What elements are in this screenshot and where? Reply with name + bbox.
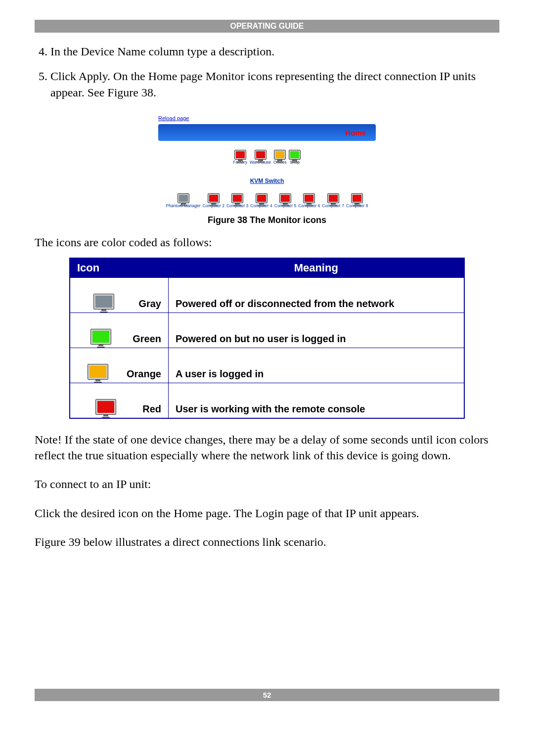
monitor-icon[interactable]: Computer 6 <box>298 193 320 208</box>
legend-intro: The icons are color coded as follows: <box>35 234 499 250</box>
kvm-switch-link[interactable]: KVM Switch <box>158 178 376 184</box>
header-bar: OPERATING GUIDE <box>35 20 499 33</box>
connect-heading: To connect to an IP unit: <box>35 476 499 492</box>
monitor-icon[interactable]: Phantom Manager <box>166 193 201 208</box>
figure39-intro: Figure 39 below illustrates a direct con… <box>35 534 499 550</box>
top-monitor-row: FactoryWarehouseOfficesShop <box>158 150 376 165</box>
note-paragraph: Note! If the state of one device changes… <box>35 432 499 464</box>
legend-meaning-cell: User is working with the remote console <box>169 383 465 418</box>
monitor-icon[interactable]: Computer 2 <box>202 193 224 208</box>
legend-icon-cell: Green <box>70 312 169 348</box>
table-row: GrayPowered off or disconnected from the… <box>70 277 464 312</box>
monitor-icon[interactable]: Shop <box>289 150 301 165</box>
legend-icon-cell: Red <box>70 383 169 418</box>
connect-instruction: Click the desired icon on the Home page.… <box>35 505 499 521</box>
legend-meaning-cell: Powered off or disconnected from the net… <box>169 277 465 312</box>
legend-meaning-cell: A user is logged in <box>169 348 465 383</box>
legend-icon-cell: Gray <box>70 277 169 312</box>
legend-meaning-cell: Powered on but no user is logged in <box>169 312 465 348</box>
monitor-icon[interactable]: Computer 5 <box>274 193 296 208</box>
step-item: In the Device Name column type a descrip… <box>50 44 499 59</box>
step-item: Click Apply. On the Home page Monitor ic… <box>50 68 499 100</box>
monitor-icon <box>90 329 111 345</box>
reload-link[interactable]: Reload page <box>158 115 189 121</box>
step-list: In the Device Name column type a descrip… <box>35 44 499 100</box>
page-number: 52 <box>35 689 499 701</box>
monitor-icon[interactable]: Warehouse <box>250 150 271 165</box>
table-row: GreenPowered on but no user is logged in <box>70 312 464 348</box>
legend-icon-cell: Orange <box>70 348 169 383</box>
monitor-icon[interactable]: Computer 8 <box>346 193 368 208</box>
legend-head-icon: Icon <box>70 258 169 278</box>
legend-color-name: Orange <box>127 368 161 380</box>
legend-color-name: Red <box>142 403 161 415</box>
figure38-screenshot: Reload page Home FactoryWarehouseOffices… <box>158 109 376 208</box>
monitor-icon[interactable]: Computer 7 <box>322 193 344 208</box>
home-label[interactable]: Home <box>345 129 366 137</box>
legend-color-name: Gray <box>138 298 161 310</box>
monitor-icon[interactable]: Factory <box>233 150 247 165</box>
monitor-icon[interactable]: Computer 3 <box>226 193 248 208</box>
figure38-caption: Figure 38 The Monitor icons <box>35 215 499 225</box>
monitor-icon <box>88 364 108 380</box>
monitor-icon[interactable]: Computer 4 <box>250 193 272 208</box>
legend-color-name: Green <box>133 333 161 345</box>
home-bar: Home <box>158 124 376 141</box>
bottom-monitor-row: Phantom ManagerComputer 2Computer 3Compu… <box>158 193 376 208</box>
legend-head-meaning: Meaning <box>169 258 465 278</box>
legend-table: Icon Meaning GrayPowered off or disconne… <box>69 258 465 419</box>
monitor-icon[interactable]: Offices <box>273 150 286 165</box>
monitor-icon <box>95 399 116 415</box>
monitor-icon <box>93 294 114 310</box>
table-row: OrangeA user is logged in <box>70 348 464 383</box>
table-row: RedUser is working with the remote conso… <box>70 383 464 418</box>
